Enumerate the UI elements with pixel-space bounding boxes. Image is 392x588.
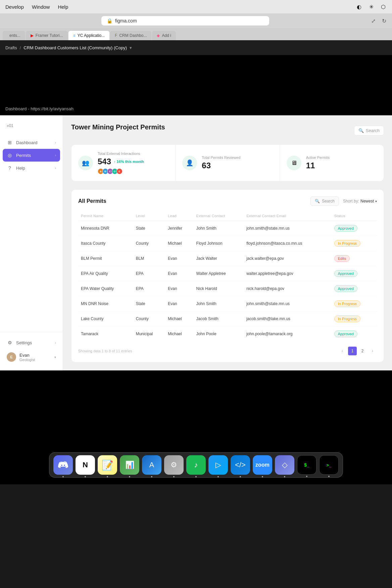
cell-level: County [133,236,165,251]
active-icon-wrap: 🖥 [287,156,301,170]
status-badge: In Progress [334,315,360,322]
permits-icon: ◎ [7,152,13,158]
translate-icon[interactable]: ⤢ [369,17,377,25]
table-row[interactable]: EPA Air Quality EPA Evan Walter Appletre… [78,266,377,281]
page-2-button[interactable]: 2 [358,347,367,355]
tab-0[interactable]: ents... [3,31,25,40]
cell-status: In Progress [332,296,377,311]
sort-control[interactable]: Short by: Newest ▾ [343,199,377,203]
active-icon: 🖥 [291,160,297,167]
interactions-icon: 👥 [82,159,89,167]
tab-4[interactable]: ◆ Add i [152,31,176,40]
cell-level: EPA [133,266,165,281]
cell-permit-name: Itasca County [78,236,133,251]
cell-permit-name: EPA Water Quality [78,281,133,296]
tab-3[interactable]: F CRM Dashbo... [110,31,151,40]
breadcrumb-parent[interactable]: Drafts [5,45,17,50]
dock-numbers[interactable]: 📊 [120,455,139,475]
table-row[interactable]: MN DNR Noise State Evan John Smith john.… [78,296,377,311]
cell-status: Edits [332,251,377,266]
cell-email: jacob.smith@lake.mn.us [244,311,332,327]
dock-vscode[interactable]: </> [231,455,250,475]
menubar-window[interactable]: Window [32,4,50,10]
table-row[interactable]: Minnesota DNR State Jennifer John Smith … [78,221,377,236]
page-next-button[interactable]: › [368,347,377,355]
cell-status: Approved [332,221,377,236]
dock-iterm[interactable]: $_ [297,455,316,475]
dock-appstore[interactable]: A [142,455,161,475]
cell-lead: Michael [165,236,193,251]
dock-zoom[interactable]: zoom [253,455,272,475]
address-bar[interactable]: 🔒 figma.com [101,16,269,25]
sidebar-item-settings[interactable]: ⚙ Settings › [0,336,63,349]
dock-linear[interactable]: ◇ [275,455,294,475]
reviewed-icon-wrap: 👤 [182,156,197,170]
mini-avatar-5: E [116,168,122,174]
cell-lead: Evan [165,251,193,266]
tab-icon-3: F [115,33,117,38]
search-icon: 🔍 [358,128,364,133]
col-external-contact: External Contact [194,211,244,221]
table-row[interactable]: Tamarack Municipal Michael John Poole jo… [78,327,377,342]
tab-2[interactable]: ≡ YC Applicatio... [68,31,109,40]
cell-external-contact: Nick Harold [194,281,244,296]
dock-direct[interactable]: ▷ [208,455,228,475]
menubar-develop[interactable]: Develop [5,4,24,10]
user-info: Evan Geologist [19,353,35,362]
dashboard-icon: ⊞ [7,139,13,145]
browser-tabs: ents... ▶ Framer Tutori... ≡ YC Applicat… [0,28,392,40]
sidebar-item-dashboard[interactable]: ⊞ Dashboard › [0,136,63,149]
status-badge: Approved [334,285,357,292]
dock-area: N 📝 📊 A ⚙ ♪ ▷ </> zoom ◇ $_ >_ [0,370,392,484]
sidebar-label-permits: Permits [16,153,52,158]
table-row[interactable]: EPA Water Quality EPA Evan Nick Harold n… [78,281,377,296]
table-row[interactable]: Lake County County Michael Jacob Smith j… [78,311,377,327]
cell-level: State [133,296,165,311]
table-row[interactable]: BLM Permit BLM Evan Jack Walter jack.wal… [78,251,377,266]
sidebar-user[interactable]: E Evan Geologist ▾ [0,349,63,365]
active-value: 11 [306,161,330,170]
content-area: Tower Mining Project Permits 🔍 Search 👥 … [63,115,392,370]
cell-lead: Evan [165,281,193,296]
interactions-label: Total External Interactions [98,152,144,156]
dock-notion[interactable]: N [76,455,95,475]
cell-permit-name: Minnesota DNR [78,221,133,236]
active-label: Active Permits [306,156,330,160]
stat-card-interactions: 👥 Total External Interactions 543 ↑ 16% … [71,145,176,181]
table-row[interactable]: Itasca County County Michael Floyd Johns… [78,236,377,251]
cell-external-contact: John Poole [194,327,244,342]
menubar-icon-3: ⬡ [380,3,387,10]
page-1-button[interactable]: 1 [348,347,357,355]
dock-spotify[interactable]: ♪ [186,455,206,475]
sidebar-item-help[interactable]: ? Help › [0,162,63,174]
status-badge: In Progress [334,300,360,307]
cell-level: Municipal [133,327,165,342]
sort-label: Short by: [343,199,359,203]
interactions-icon-wrap: 👥 [78,156,93,170]
dock-notes[interactable]: 📝 [98,455,117,475]
cell-email: jack.walter@epa.gov [244,251,332,266]
dock-terminal[interactable]: >_ [319,455,339,475]
interactions-info: Total External Interactions 543 ↑ 16% th… [98,152,144,174]
menubar-icon-2: ✳ [368,3,375,10]
cell-status: Approved [332,327,377,342]
dock: N 📝 📊 A ⚙ ♪ ▷ </> zoom ◇ $_ >_ [49,452,343,478]
stat-card-reviewed: 👤 Total Permits Reviewed 63 [176,145,280,181]
pagination-info: Showing data 1 to 8 of 11 entries [78,349,132,353]
table-search[interactable]: 🔍 Search [310,196,339,206]
cell-level: County [133,311,165,327]
dock-settings[interactable]: ⚙ [164,455,184,475]
cell-external-contact: Jack Walter [194,251,244,266]
sidebar-item-permits[interactable]: ◎ Permits › [3,149,60,162]
page-prev-button[interactable]: ‹ [338,347,347,355]
col-permit-name: Permit Name [78,211,133,221]
tab-1[interactable]: ▶ Framer Tutori... [26,31,68,40]
header-search-button[interactable]: 🔍 Search [354,126,384,135]
breadcrumb-current[interactable]: CRM Dashboard Customers List (Community)… [23,45,127,50]
tab-label-1: Framer Tutori... [36,33,63,38]
sort-chevron-icon: ▾ [375,199,377,203]
interactions-value: 543 ↑ 16% this month [98,157,144,166]
dock-discord[interactable] [53,455,73,475]
menubar-help[interactable]: Help [58,4,68,10]
refresh-icon[interactable]: ↻ [380,17,388,25]
